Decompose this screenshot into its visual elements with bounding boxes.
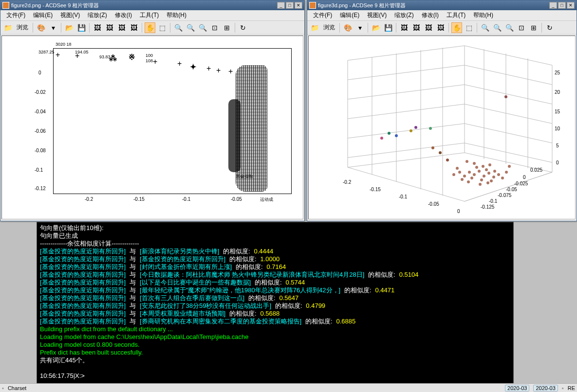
zoom-out-icon[interactable]: 🔍 <box>197 22 208 33</box>
img3-icon[interactable]: 🖼 <box>116 22 127 33</box>
hand-tool-icon[interactable]: ✋ <box>145 22 155 33</box>
browse-icon[interactable]: 📁 <box>2 22 13 33</box>
menu-modify[interactable]: 修改(I) <box>418 10 443 20</box>
browse-label[interactable]: 浏览 <box>321 23 337 32</box>
svg-point-39 <box>486 181 489 184</box>
zoom-icon[interactable]: 🔍 <box>480 22 490 33</box>
zoom-icon[interactable]: 🔍 <box>173 22 184 33</box>
select-tool-icon[interactable]: ⬚ <box>464 22 474 33</box>
menu-edit[interactable]: 编辑(E) <box>29 10 56 20</box>
open-icon[interactable]: 📂 <box>371 22 381 33</box>
ztick: 20 <box>555 89 560 95</box>
select-tool-icon[interactable]: ⬚ <box>157 22 168 33</box>
img2-icon[interactable]: 🖼 <box>411 22 422 33</box>
svg-point-60 <box>431 146 434 149</box>
maximize-button[interactable]: □ <box>286 2 294 9</box>
titlebar[interactable]: figure2d.png - ACDSee 9 相片管理器 _ □ ✕ <box>0 0 304 10</box>
acdsee-icon <box>2 2 9 9</box>
svg-point-53 <box>395 134 398 137</box>
close-button[interactable]: ✕ <box>567 2 575 9</box>
hand-tool-icon[interactable]: ✋ <box>451 22 462 33</box>
rotate-icon[interactable]: ↻ <box>544 22 555 33</box>
fit2-icon[interactable]: ⊞ <box>528 22 539 33</box>
img3-icon[interactable]: 🖼 <box>423 22 434 33</box>
xtick: -0.2 <box>343 179 351 185</box>
svg-line-8 <box>348 104 465 119</box>
status-date-2[interactable]: 2020-03 <box>533 385 558 392</box>
svg-point-36 <box>458 171 461 174</box>
svg-point-58 <box>446 159 449 161</box>
anno: 运动成 <box>260 196 273 203</box>
ytick: -0.1 <box>489 198 497 204</box>
img1-icon[interactable]: 🖼 <box>399 22 409 33</box>
menu-view[interactable]: 视图(V) <box>363 10 391 20</box>
titlebar[interactable]: figure3d.png - ACDSee 9 相片管理器 _ □ ✕ <box>307 0 577 10</box>
scatter-3d-plot: 25 20 15 10 5 0 -0.2 -0.15 -0.1 -0.05 0 … <box>314 41 569 216</box>
ytick: -0.12 <box>35 186 46 191</box>
svg-point-52 <box>388 132 391 135</box>
ytick: 0 <box>523 175 526 180</box>
xtick: -0.05 <box>428 201 439 207</box>
maximize-button[interactable]: □ <box>558 2 566 9</box>
ztick: 15 <box>555 109 560 114</box>
menu-tools[interactable]: 工具(T) <box>443 10 469 20</box>
ytick: -0.025 <box>514 181 528 186</box>
svg-point-47 <box>505 171 508 174</box>
open-icon[interactable]: 📂 <box>64 22 74 33</box>
rotate-icon[interactable]: ↻ <box>238 22 248 33</box>
close-button[interactable]: ✕ <box>295 2 302 9</box>
status-charset[interactable]: Charset <box>8 385 27 391</box>
svg-point-29 <box>480 178 483 181</box>
image-canvas-2d[interactable]: 0 -0.02 -0.04 -0.06 -0.08 -0.1 -0.12 -0.… <box>1 36 303 219</box>
browse-label[interactable]: 浏览 <box>15 23 30 32</box>
menu-zoom[interactable]: 缩放(Z) <box>84 10 111 20</box>
window-title: figure3d.png - ACDSee 9 相片管理器 <box>318 2 549 9</box>
menu-zoom[interactable]: 缩放(Z) <box>391 10 417 20</box>
fit-icon[interactable]: ⊡ <box>516 22 527 33</box>
dropdown-icon[interactable]: ▾ <box>48 22 58 33</box>
menu-file[interactable]: 文件(F) <box>309 10 336 20</box>
toolbar: 📁 浏览 🎨 ▾ 📂 💾 🖼 🖼 🖼 🖼 ✋ ⬚ 🔍 🔍 🔍 ⊡ ⊞ ↻ <box>307 21 577 35</box>
menu-file[interactable]: 文件(F) <box>2 10 29 20</box>
fit2-icon[interactable]: ⊞ <box>222 22 232 33</box>
menu-tools[interactable]: 工具(T) <box>136 10 163 20</box>
minimize-button[interactable]: _ <box>277 2 285 9</box>
svg-point-57 <box>439 151 442 154</box>
browse-icon[interactable]: 📁 <box>309 22 320 33</box>
menu-help[interactable]: 帮助(H) <box>469 10 497 20</box>
svg-point-44 <box>482 165 484 168</box>
menu-help[interactable]: 帮助(H) <box>163 10 190 20</box>
menu-view[interactable]: 视图(V) <box>56 10 84 20</box>
palette-icon[interactable]: 🎨 <box>36 22 46 33</box>
image-canvas-3d[interactable]: 25 20 15 10 5 0 -0.2 -0.15 -0.1 -0.05 0 … <box>308 36 576 219</box>
menu-edit[interactable]: 编辑(E) <box>336 10 363 20</box>
ytick: 0.025 <box>530 167 542 173</box>
ide-status-bar: ◦ Charset 2020-03 2020-03 ◦ RE <box>0 383 577 392</box>
save-icon[interactable]: 💾 <box>383 22 393 33</box>
ztick: 10 <box>555 126 560 131</box>
img1-icon[interactable]: 🖼 <box>92 22 103 33</box>
svg-point-41 <box>501 177 504 179</box>
status-charset-icon: ◦ <box>2 385 4 391</box>
palette-icon[interactable]: 🎨 <box>342 22 353 33</box>
ytick: -0.02 <box>35 89 46 95</box>
status-re[interactable]: RE <box>568 385 575 391</box>
svg-point-31 <box>485 168 488 171</box>
svg-point-33 <box>490 179 493 182</box>
dropdown-icon[interactable]: ▾ <box>354 22 365 33</box>
zoom-out-icon[interactable]: 🔍 <box>504 22 515 33</box>
terminal-output[interactable]: 句向量(仅输出前10维): 句向量已生成 -------------余弦相似度计… <box>37 222 514 385</box>
status-date-1[interactable]: 2020-03 <box>505 385 529 392</box>
minimize-button[interactable]: _ <box>549 2 557 9</box>
ztick: 25 <box>555 70 560 75</box>
zoom-in-icon[interactable]: 🔍 <box>492 22 503 33</box>
img4-icon[interactable]: 🖼 <box>129 22 139 33</box>
zoom-in-icon[interactable]: 🔍 <box>185 22 196 33</box>
menu-modify[interactable]: 修改(I) <box>111 10 136 20</box>
svg-point-48 <box>508 165 511 168</box>
fit-icon[interactable]: ⊡ <box>209 22 220 33</box>
img2-icon[interactable]: 🖼 <box>104 22 115 33</box>
img4-icon[interactable]: 🖼 <box>435 22 446 33</box>
svg-point-26 <box>470 177 473 179</box>
save-icon[interactable]: 💾 <box>76 22 87 33</box>
